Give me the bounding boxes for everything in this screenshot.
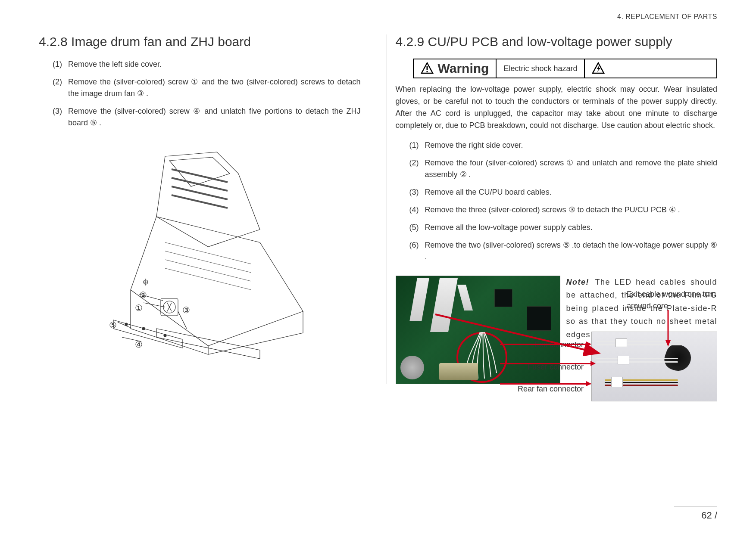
- label-rear-fan-connector: Rear fan connector: [493, 385, 584, 394]
- svg-rect-6: [426, 66, 428, 70]
- step-item: Remove the (silver-colored) screw ① and …: [53, 76, 361, 99]
- warning-triangle-icon: [421, 62, 434, 75]
- exit-cable-note: Exit cable wound one turn around core: [627, 289, 717, 312]
- step-item: Remove the left side cover.: [53, 59, 361, 70]
- page-number: 62 /: [674, 506, 717, 521]
- left-column: 4.2.8 Image drum fan and ZHJ board Remov…: [39, 34, 369, 384]
- step-item: Remove the four (silver-colored) screws …: [409, 157, 718, 180]
- callout-5: ⑤: [109, 320, 117, 330]
- section-heading-428: 4.2.8 Image drum fan and ZHJ board: [39, 34, 361, 49]
- step-item: Remove the two (silver-colored) screws ⑤…: [409, 239, 718, 263]
- step-item: Remove the right side cover.: [409, 140, 718, 151]
- callout-3: ③: [182, 305, 190, 315]
- warning-shock-icon-cell: [585, 59, 616, 78]
- warning-label-cell: Warning: [414, 59, 497, 78]
- step-item: Remove the three (silver-colored) screws…: [409, 204, 718, 216]
- warning-hazard-cell: Electric shock hazard: [497, 59, 585, 78]
- chapter-header: 4. REPLACEMENT OF PARTS: [617, 13, 717, 21]
- photo-cable: [591, 332, 717, 401]
- figure-printer-exploded: ② ① ③ ⑤ ④: [79, 148, 320, 363]
- callout-2: ②: [139, 290, 147, 300]
- svg-point-3: [142, 327, 145, 330]
- arrow-fuser: [500, 363, 595, 364]
- warning-paragraph: When replacing the low-voltage power sup…: [396, 84, 718, 132]
- section-heading-429: 4.2.9 CU/PU PCB and low-voltage power su…: [396, 34, 718, 49]
- steps-right: Remove the right side cover. Remove the …: [409, 140, 718, 269]
- shock-triangle-icon: [592, 62, 605, 75]
- note-label: Note!: [566, 278, 590, 286]
- callout-4: ④: [135, 339, 143, 350]
- svg-rect-7: [426, 71, 428, 72]
- printer-diagram-svg: [79, 148, 320, 363]
- callout-1: ①: [135, 303, 143, 313]
- connector-labels: Exit connector Fuser connector Rear fan …: [493, 340, 584, 407]
- arrow-rearfan: [500, 383, 590, 385]
- steps-left: Remove the left side cover. Remove the (…: [53, 59, 361, 135]
- step-item: Remove the (silver-colored) screw ④ and …: [53, 106, 361, 129]
- svg-point-2: [125, 323, 128, 326]
- warning-label-text: Warning: [438, 61, 489, 76]
- step-item: Remove all the low-voltage power supply …: [409, 222, 718, 233]
- warning-box: Warning Electric shock hazard: [413, 59, 718, 78]
- step-item: Remove all the CU/PU board cables.: [409, 186, 718, 198]
- arrow-exit: [500, 344, 590, 345]
- svg-point-4: [164, 334, 166, 337]
